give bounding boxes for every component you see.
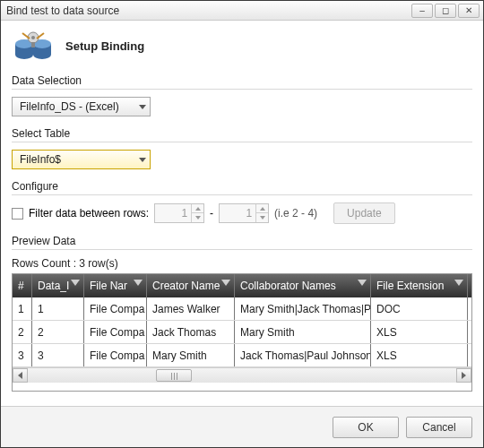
col-file-name[interactable]: File Nar	[84, 274, 147, 297]
separator	[12, 249, 472, 250]
select-table-label: Select Table	[12, 127, 472, 140]
spin-arrows	[191, 204, 203, 222]
col-creator[interactable]: Creator Name	[147, 274, 235, 297]
filter-icon[interactable]	[358, 280, 367, 290]
svg-point-7	[31, 36, 35, 39]
scroll-right-button[interactable]	[456, 368, 471, 383]
col-data-id[interactable]: Data_I	[32, 274, 84, 297]
filter-checkbox[interactable]	[12, 208, 23, 220]
select-table-combo[interactable]: FileInfo$	[12, 150, 151, 169]
table-row[interactable]: 3 3 File Compa Mary Smith Jack Thomas|Pa…	[13, 344, 471, 367]
spin-down[interactable]	[256, 213, 268, 222]
ok-button[interactable]: OK	[333, 417, 399, 438]
from-row-spin[interactable]: 1	[154, 203, 204, 223]
data-selection-label: Data Selection	[12, 74, 472, 87]
window-title: Bind test to data source	[6, 4, 410, 17]
scroll-left-button[interactable]	[13, 368, 28, 383]
chevron-down-icon	[139, 105, 146, 109]
to-row-spin[interactable]: 1	[219, 203, 269, 223]
filter-icon[interactable]	[221, 280, 230, 290]
to-row-value: 1	[220, 207, 255, 220]
filter-icon[interactable]	[454, 280, 463, 290]
separator	[12, 194, 472, 195]
spin-up[interactable]	[256, 204, 268, 213]
rows-count-label: Rows Count : 3 row(s)	[12, 257, 472, 270]
range-hint: (i.e 2 - 4)	[274, 207, 317, 220]
col-collaborators[interactable]: Collaborator Names	[235, 274, 371, 297]
cancel-button[interactable]: Cancel	[406, 417, 472, 438]
spin-down[interactable]	[192, 213, 203, 222]
maximize-button[interactable]: ◻	[435, 4, 456, 18]
preview-table: # Data_I File Nar Creator Name Collabora…	[12, 273, 472, 392]
select-table-section: Select Table FileInfo$	[12, 127, 472, 169]
table-row[interactable]: 2 2 File Compa Jack Thomas Mary Smith XL…	[13, 321, 471, 344]
table-header: # Data_I File Nar Creator Name Collabora…	[13, 274, 471, 297]
data-selection-section: Data Selection FileInfo_DS - (Excel)	[12, 74, 472, 116]
separator	[12, 142, 472, 142]
preview-section: Preview Data Rows Count : 3 row(s) # Dat…	[12, 235, 472, 392]
update-button[interactable]: Update	[333, 202, 395, 224]
data-selection-combo[interactable]: FileInfo_DS - (Excel)	[12, 97, 151, 116]
configure-section: Configure Filter data between rows: 1 - …	[12, 180, 472, 224]
range-separator: -	[210, 207, 213, 220]
preview-label: Preview Data	[12, 235, 472, 247]
page-title: Setup Binding	[65, 39, 144, 53]
dialog-footer: OK Cancel	[1, 406, 483, 447]
svg-rect-8	[31, 42, 35, 47]
filter-label: Filter data between rows:	[29, 207, 149, 220]
configure-label: Configure	[12, 180, 472, 193]
filter-icon[interactable]	[71, 280, 80, 290]
chevron-down-icon	[139, 158, 146, 162]
spin-up[interactable]	[192, 204, 203, 213]
from-row-value: 1	[155, 207, 191, 220]
minimize-button[interactable]: –	[411, 4, 433, 18]
horizontal-scrollbar[interactable]	[13, 367, 471, 383]
spin-arrows	[255, 204, 268, 222]
close-button[interactable]: ✕	[458, 4, 480, 18]
table-row[interactable]: 1 1 File Compa James Walker Mary Smith|J…	[13, 297, 471, 321]
select-table-value: FileInfo$	[20, 153, 61, 166]
data-selection-value: FileInfo_DS - (Excel)	[20, 100, 119, 113]
col-extension[interactable]: File Extension	[371, 274, 468, 297]
filter-icon[interactable]	[134, 280, 143, 290]
separator	[12, 89, 472, 90]
header: Setup Binding	[12, 30, 472, 62]
scroll-thumb[interactable]	[156, 369, 192, 382]
titlebar: Bind test to data source – ◻ ✕	[1, 1, 483, 21]
col-index[interactable]: #	[13, 274, 32, 297]
dialog-window: Bind test to data source – ◻ ✕	[0, 0, 484, 448]
binding-icon	[13, 30, 53, 62]
dialog-content: Setup Binding Data Selection FileInfo_DS…	[1, 21, 483, 406]
